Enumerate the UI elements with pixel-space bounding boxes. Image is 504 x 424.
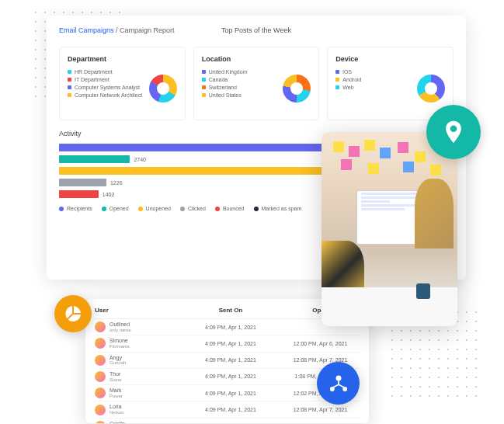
legend-item: Clicked xyxy=(180,206,206,211)
avatar xyxy=(95,355,106,366)
svg-point-0 xyxy=(335,375,341,381)
location-donut-chart xyxy=(283,75,311,103)
location-panel: Location United KingdomCanadaSwitzerland… xyxy=(193,47,320,120)
team-photo-card xyxy=(322,132,457,326)
avatar xyxy=(95,405,106,415)
pie-chart-icon xyxy=(64,304,82,323)
legend-item: Recipients xyxy=(59,206,92,211)
avatar xyxy=(95,388,106,398)
color-dot xyxy=(68,70,71,74)
color-dot xyxy=(68,78,71,82)
avatar xyxy=(95,421,106,423)
color-dot xyxy=(68,85,71,89)
color-dot xyxy=(202,85,206,89)
table-row[interactable]: LoriaNelson4:09 PM, Apr 1, 202112:08 PM,… xyxy=(95,401,360,418)
location-badge xyxy=(426,105,481,159)
legend-item: HR Department xyxy=(68,69,177,75)
legend-item: iOS xyxy=(335,69,445,75)
department-panel: Department HR DepartmentIT DepartmentCom… xyxy=(59,47,186,120)
col-user: User xyxy=(95,307,180,314)
col-sent: Sent On xyxy=(180,307,281,314)
color-dot xyxy=(335,85,339,89)
avatar xyxy=(95,371,106,382)
team-hierarchy-icon xyxy=(328,373,349,394)
color-dot xyxy=(202,70,206,74)
breadcrumb-parent[interactable]: Email Campaigns xyxy=(59,26,114,34)
color-dot xyxy=(202,78,206,82)
legend-item: United Kingdom xyxy=(202,69,311,75)
breadcrumb-current: Campaign Report xyxy=(120,26,175,34)
device-panel: Device iOSAndroidWeb xyxy=(327,47,454,120)
color-dot xyxy=(202,93,206,97)
panel-title: Department xyxy=(68,55,177,63)
color-dot xyxy=(335,78,339,82)
table-row[interactable]: AngyGurtzah4:09 PM, Apr 1, 202112:08 PM,… xyxy=(95,353,360,369)
legend-item: Marked as spam xyxy=(254,206,302,211)
chart-badge xyxy=(54,295,92,332)
table-row[interactable]: Outlinedonly name4:09 PM, Apr 1, 2021 xyxy=(95,319,360,335)
panel-title: Device xyxy=(335,55,445,63)
table-row[interactable]: CristinOrson4:09 PM, Apr 1, 202112:08 PM… xyxy=(95,419,360,423)
page-subtitle: Top Posts of the Week xyxy=(221,26,291,34)
color-dot xyxy=(335,70,339,74)
legend-item: Bounced xyxy=(215,206,245,211)
avatar xyxy=(95,338,106,349)
panel-title: Location xyxy=(202,55,311,63)
color-dot xyxy=(68,93,71,97)
map-pin-icon xyxy=(440,119,467,145)
table-header: User Sent On Open xyxy=(95,307,360,319)
avatar xyxy=(95,321,106,332)
team-badge xyxy=(317,362,360,405)
legend-item: Unopened xyxy=(138,206,171,211)
legend-item: Opened xyxy=(102,206,129,211)
department-donut-chart xyxy=(149,75,177,103)
device-donut-chart xyxy=(417,75,445,103)
table-row[interactable]: SimoneFitzmanis4:09 PM, Apr 1, 202112:00… xyxy=(95,335,360,352)
